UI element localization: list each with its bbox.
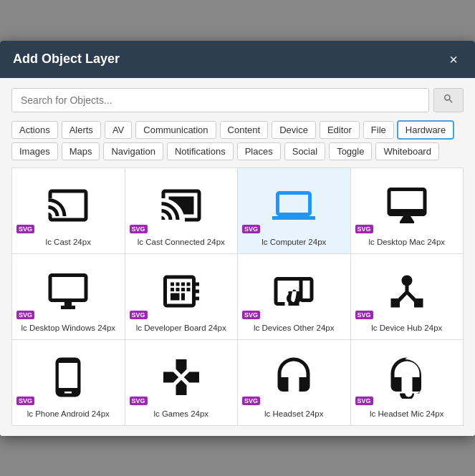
tag-editor[interactable]: Editor <box>320 121 360 139</box>
tag-places[interactable]: Places <box>237 142 281 160</box>
tag-alerts[interactable]: Alerts <box>62 121 101 139</box>
grid-item-6[interactable]: SVG lc Devices Other 24px <box>238 254 351 340</box>
tag-social[interactable]: Social <box>284 142 325 160</box>
item-label-9: lc Games 24px <box>153 409 208 419</box>
grid-item-10[interactable]: SVG lc Headset 24px <box>238 340 351 426</box>
grid-item-3[interactable]: SVG lc Desktop Mac 24px <box>351 168 464 254</box>
tag-actions[interactable]: Actions <box>11 121 58 139</box>
modal-title: Add Object Layer <box>13 52 120 67</box>
tag-images[interactable]: Images <box>11 142 58 160</box>
item-label-3: lc Desktop Mac 24px <box>368 237 445 248</box>
search-row <box>11 88 464 112</box>
grid-item-4[interactable]: SVG lc Desktop Windows 24px <box>12 254 125 340</box>
item-label-4: lc Desktop Windows 24px <box>21 323 115 334</box>
grid-item-5[interactable]: SVG lc Developer Board 24px <box>125 254 239 340</box>
tag-content[interactable]: Content <box>220 121 269 139</box>
tag-hardware[interactable]: Hardware <box>398 121 454 139</box>
tag-file[interactable]: File <box>363 121 394 139</box>
svg-badge-7: SVG <box>355 311 373 319</box>
search-button[interactable] <box>433 88 464 112</box>
grid-item-8[interactable]: SVG lc Phone Android 24px <box>12 340 125 426</box>
svg-badge-4: SVG <box>16 311 34 319</box>
search-input[interactable] <box>11 88 429 112</box>
item-label-10: lc Headset 24px <box>264 409 323 419</box>
item-label-1: lc Cast Connected 24px <box>138 237 225 248</box>
svg-badge-11: SVG <box>355 397 373 405</box>
svg-badge-3: SVG <box>355 225 373 233</box>
svg-badge-8: SVG <box>16 397 34 405</box>
item-label-7: lc Device Hub 24px <box>371 323 442 334</box>
modal-body: ActionsAlertsAVCommunicationContentDevic… <box>0 78 475 436</box>
grid-item-2[interactable]: SVG lc Computer 24px <box>238 168 351 254</box>
close-button[interactable]: × <box>445 51 462 68</box>
tag-av[interactable]: AV <box>105 121 132 139</box>
tag-maps[interactable]: Maps <box>62 142 100 160</box>
add-object-layer-modal: Add Object Layer × ActionsAlertsAVCommun… <box>0 41 475 436</box>
item-label-5: lc Developer Board 24px <box>136 323 226 334</box>
item-label-11: lc Headset Mic 24px <box>370 409 444 419</box>
item-label-0: lc Cast 24px <box>46 237 91 248</box>
svg-badge-5: SVG <box>130 311 148 319</box>
grid-item-7[interactable]: SVG lc Device Hub 24px <box>351 254 464 340</box>
svg-badge-6: SVG <box>242 311 260 319</box>
tag-device[interactable]: Device <box>272 121 316 139</box>
item-label-2: lc Computer 24px <box>262 237 326 248</box>
grid-item-1[interactable]: SVG lc Cast Connected 24px <box>125 168 239 254</box>
modal-header: Add Object Layer × <box>0 41 475 78</box>
tag-communication[interactable]: Communication <box>135 121 216 139</box>
svg-badge-9: SVG <box>130 397 148 405</box>
svg-badge-0: SVG <box>16 225 34 233</box>
tag-toggle[interactable]: Toggle <box>329 142 372 160</box>
grid-item-11[interactable]: SVG lc Headset Mic 24px <box>351 340 464 426</box>
tags-container: ActionsAlertsAVCommunicationContentDevic… <box>11 121 464 160</box>
svg-badge-1: SVG <box>130 225 148 233</box>
tag-navigation[interactable]: Navigation <box>103 142 163 160</box>
grid-item-0[interactable]: SVG lc Cast 24px <box>12 168 125 254</box>
tag-notifications[interactable]: Notifications <box>167 142 234 160</box>
search-icon <box>443 93 454 105</box>
grid-item-9[interactable]: SVG lc Games 24px <box>125 340 239 426</box>
icon-grid: SVG lc Cast 24px SVG lc Cast Connected 2… <box>11 167 464 426</box>
tag-whiteboard[interactable]: Whiteboard <box>375 142 438 160</box>
svg-badge-2: SVG <box>242 225 260 233</box>
item-label-8: lc Phone Android 24px <box>27 409 110 419</box>
svg-badge-10: SVG <box>242 397 260 405</box>
item-label-6: lc Devices Other 24px <box>254 323 335 334</box>
